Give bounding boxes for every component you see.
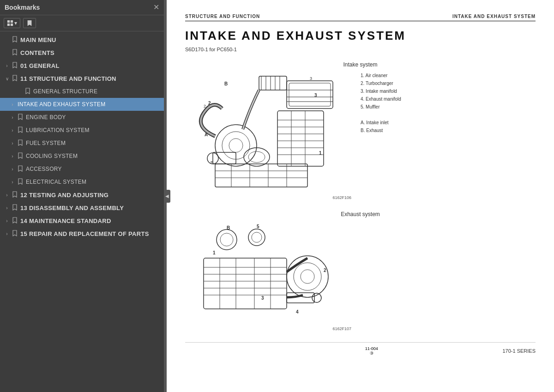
series-label: 170-1 SERIES: [502, 348, 536, 354]
document-title: INTAKE AND EXHAUST SYSTEM: [185, 29, 536, 43]
sidebar-item-01-general[interactable]: ›01 GENERAL: [0, 59, 164, 72]
svg-point-61: [217, 229, 237, 250]
sidebar-item-general-structure[interactable]: GENERAL STRUCTURE: [0, 85, 164, 98]
bookmark-icon: [18, 178, 24, 186]
toggle-arrow[interactable]: ›: [9, 102, 16, 107]
svg-rect-1: [11, 20, 13, 23]
view-options-button[interactable]: ▾: [4, 18, 20, 28]
sidebar-item-contents[interactable]: CONTENTS: [0, 46, 164, 59]
toggle-arrow[interactable]: ›: [9, 180, 16, 185]
svg-rect-4: [287, 81, 333, 109]
sidebar-item-label: INTAKE AND EXHAUST SYSTEM: [18, 101, 105, 108]
toggle-arrow[interactable]: ›: [9, 115, 16, 120]
sidebar-item-main-menu[interactable]: MAIN MENU: [0, 33, 164, 46]
svg-rect-39: [277, 111, 324, 166]
bookmark-icon: [12, 49, 18, 57]
sidebar-item-15-repair[interactable]: ›15 REPAIR AND REPLACEMENT OF PARTS: [0, 227, 164, 240]
bookmark-icon: [18, 152, 24, 160]
sidebar-item-fuel-system[interactable]: ›FUEL SYSTEM: [0, 137, 164, 150]
svg-point-11: [229, 139, 243, 152]
svg-point-58: [287, 256, 328, 297]
bookmark-find-button[interactable]: [23, 18, 36, 28]
bookmark-icon: [25, 88, 31, 96]
document-subtitle: S6D170-1 for PC650-1: [185, 47, 536, 52]
svg-text:4: 4: [296, 309, 299, 314]
svg-point-63: [248, 229, 265, 246]
header-section-right: INTAKE AND EXHAUST SYSTEM: [452, 14, 536, 19]
sidebar: Bookmarks ✕ ▾ MAIN MENUCONTENTS›01 GENER…: [0, 0, 164, 392]
svg-text:A: A: [205, 132, 208, 137]
sidebar-item-label: 01 GENERAL: [20, 62, 60, 69]
svg-text:5: 5: [257, 224, 259, 229]
svg-rect-14: [259, 76, 287, 90]
sidebar-toolbar: ▾: [0, 15, 164, 31]
document-header: STRUCTURE AND FUNCTION INTAKE AND EXHAUS…: [185, 14, 536, 21]
toggle-arrow[interactable]: ›: [4, 63, 10, 68]
toggle-arrow[interactable]: ›: [4, 205, 10, 211]
view-dropdown-arrow: ▾: [14, 20, 17, 26]
sidebar-item-label: 11 STRUCTURE AND FUNCTION: [20, 75, 116, 82]
intake-diagram-label: Intake system: [185, 61, 536, 68]
bookmark-icon: [12, 75, 18, 83]
toggle-arrow[interactable]: ›: [4, 218, 10, 223]
sidebar-item-label: 13 DISASSEMBLY AND ASSEMBLY: [20, 205, 124, 211]
sidebar-item-engine-body[interactable]: ›ENGINE BODY: [0, 111, 164, 124]
toggle-arrow[interactable]: ›: [9, 154, 16, 159]
sidebar-item-label: CONTENTS: [20, 49, 54, 56]
svg-rect-3: [11, 24, 13, 26]
intake-figure-code: 6162F106: [185, 195, 351, 200]
document-footer: 11-004 ③ 170-1 SERIES: [185, 342, 536, 356]
bookmark-icon: [12, 230, 18, 238]
svg-point-59: [294, 263, 321, 290]
sidebar-item-12-testing[interactable]: ›12 TESTING AND ADJUSTING: [0, 188, 164, 201]
page-number: 11-004 ③: [365, 346, 378, 356]
exhaust-diagram-label: Exhaust system: [185, 211, 536, 217]
sidebar-item-label: GENERAL STRUCTURE: [33, 88, 97, 95]
sidebar-item-label: ENGINE BODY: [26, 114, 66, 121]
sidebar-item-lubrication[interactable]: ›LUBRICATION SYSTEM: [0, 124, 164, 137]
svg-point-13: [248, 151, 265, 163]
header-section-left: STRUCTURE AND FUNCTION: [185, 14, 260, 19]
toggle-arrow[interactable]: ∨: [4, 76, 10, 81]
svg-point-62: [220, 233, 233, 246]
sidebar-item-14-maintenance[interactable]: ›14 MAINTENANCE STANDARD: [0, 214, 164, 227]
sidebar-item-electrical[interactable]: ›ELECTRICAL SYSTEM: [0, 175, 164, 188]
sidebar-item-cooling[interactable]: ›COOLING SYSTEM: [0, 150, 164, 163]
sidebar-item-label: ELECTRICAL SYSTEM: [26, 179, 86, 185]
exhaust-svg: B 5 2 4 3 1: [185, 221, 342, 323]
sidebar-item-13-disassembly[interactable]: ›13 DISASSEMBLY AND ASSEMBLY: [0, 201, 164, 214]
sidebar-item-11-structure[interactable]: ∨11 STRUCTURE AND FUNCTION: [0, 72, 164, 85]
toggle-arrow[interactable]: ›: [4, 193, 10, 198]
bookmark-icon: [12, 217, 18, 225]
svg-text:B: B: [224, 81, 228, 86]
intake-diagram-section: Intake system: [185, 61, 536, 200]
collapse-sidebar-button[interactable]: ◀: [164, 190, 170, 203]
sidebar-item-label: LUBRICATION SYSTEM: [26, 127, 90, 133]
toggle-arrow[interactable]: ›: [9, 141, 16, 146]
svg-rect-2: [7, 24, 10, 26]
sidebar-item-accessory[interactable]: ›ACCESSORY: [0, 163, 164, 175]
close-button[interactable]: ✕: [153, 4, 159, 11]
bookmark-icon: [18, 127, 24, 134]
sidebar-item-label: COOLING SYSTEM: [26, 153, 78, 159]
svg-text:B: B: [227, 225, 230, 230]
sidebar-item-label: FUEL SYSTEM: [26, 140, 66, 146]
svg-point-60: [301, 270, 314, 283]
bookmark-icon: [12, 204, 18, 212]
svg-point-64: [252, 232, 262, 242]
intake-svg: 3 2 B A 1 2 3 1 A B: [185, 72, 342, 192]
toggle-arrow[interactable]: ›: [9, 128, 16, 133]
svg-rect-20: [215, 164, 307, 187]
exhaust-diagram-section: Exhaust system: [185, 211, 536, 331]
toggle-arrow[interactable]: ›: [4, 231, 10, 236]
svg-text:3: 3: [314, 93, 317, 98]
svg-text:B: B: [211, 160, 213, 165]
sidebar-item-label: MAIN MENU: [20, 36, 56, 43]
toggle-arrow[interactable]: ›: [9, 167, 16, 172]
bookmark-icon: [18, 165, 24, 173]
svg-text:3: 3: [310, 76, 312, 81]
sidebar-item-intake-exhaust[interactable]: ›INTAKE AND EXHAUST SYSTEM: [0, 98, 164, 111]
exhaust-diagram-image: B 5 2 4 3 1 6162F107: [185, 221, 351, 331]
intake-legend: 1. Air cleaner 2. Turbocharger 3. Intake…: [361, 72, 425, 134]
svg-point-66: [312, 293, 321, 302]
